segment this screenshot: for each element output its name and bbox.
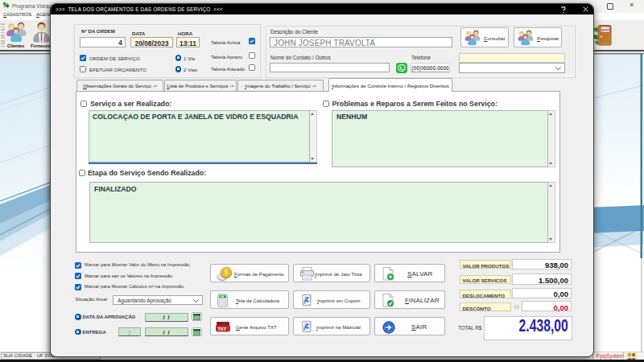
svg-text:$: $ (224, 268, 228, 276)
svg-text:TXT: TXT (218, 327, 227, 331)
svg-text:EXIT: EXIT (601, 28, 609, 32)
